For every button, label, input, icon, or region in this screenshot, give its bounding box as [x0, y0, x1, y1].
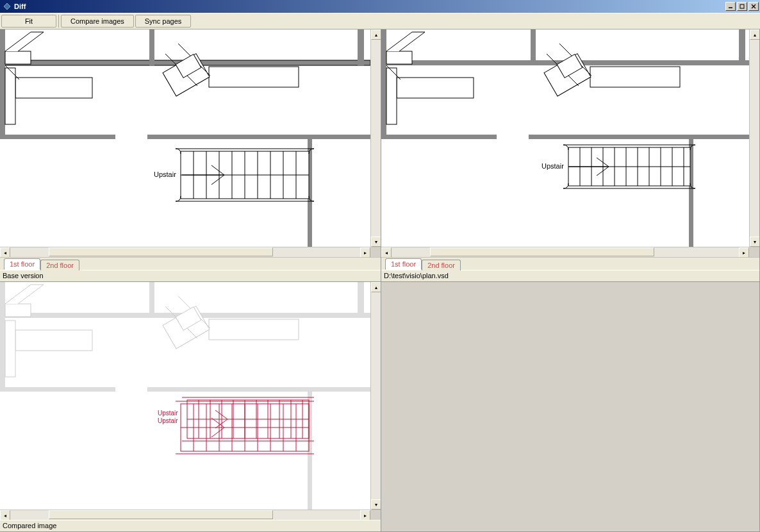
svg-rect-14: [5, 68, 15, 124]
scroll-down-icon[interactable]: ▾: [371, 499, 381, 510]
svg-rect-7: [149, 29, 154, 65]
upstair-label: Upstair: [154, 170, 176, 178]
scroll-up-icon[interactable]: ▴: [371, 29, 381, 40]
app-icon: [3, 2, 12, 11]
scroll-right-icon[interactable]: ▸: [739, 247, 749, 258]
pane-file-version: Upstair ▴ ▾ ◂ ▸ 1st floor 2nd floor D:\t…: [381, 29, 760, 282]
tab-bar: 1st floor 2nd floor: [381, 257, 759, 270]
svg-marker-0: [4, 3, 10, 10]
tab-1st-floor[interactable]: 1st floor: [385, 258, 422, 270]
vertical-scrollbar[interactable]: ▴ ▾: [370, 29, 381, 247]
title-bar: Diff: [0, 0, 760, 13]
scroll-up-icon[interactable]: ▴: [371, 282, 381, 292]
scroll-right-icon[interactable]: ▸: [360, 510, 370, 520]
svg-rect-40: [397, 78, 474, 98]
scroll-thumb[interactable]: [49, 510, 273, 519]
status-bar: D:\test\visio\plan.vsd: [381, 270, 759, 281]
svg-rect-34: [531, 29, 536, 65]
scroll-left-icon[interactable]: ◂: [0, 247, 10, 258]
svg-rect-39: [386, 51, 412, 64]
fit-button[interactable]: Fit: [1, 15, 56, 28]
svg-rect-6: [0, 29, 5, 138]
scroll-right-icon[interactable]: ▸: [360, 247, 370, 258]
sync-pages-button[interactable]: Sync pages: [135, 15, 191, 28]
vertical-scrollbar[interactable]: ▴ ▾: [370, 282, 381, 510]
svg-rect-15: [209, 67, 299, 87]
canvas-base[interactable]: Upstair: [0, 29, 370, 247]
svg-rect-42: [590, 67, 680, 87]
pane-grid: Upstair ▴ ▾ ◂ ▸ 1st floor 2nd floor Base…: [0, 29, 760, 532]
window-title: Diff: [14, 3, 725, 10]
status-bar: Compared image: [0, 520, 381, 531]
tab-bar: 1st floor 2nd floor: [0, 257, 381, 270]
maximize-button[interactable]: [737, 2, 747, 11]
svg-rect-35: [739, 29, 745, 65]
svg-rect-41: [386, 68, 397, 124]
tab-1st-floor[interactable]: 1st floor: [4, 258, 40, 270]
close-button[interactable]: [748, 2, 759, 11]
horizontal-scrollbar[interactable]: ◂ ▸: [0, 510, 381, 520]
vertical-scrollbar[interactable]: ▴ ▾: [749, 29, 759, 247]
svg-rect-37: [529, 135, 749, 139]
horizontal-scrollbar[interactable]: ◂ ▸: [381, 247, 759, 257]
compare-images-button[interactable]: Compare images: [61, 15, 134, 28]
svg-rect-13: [15, 78, 92, 98]
scroll-thumb[interactable]: [430, 247, 654, 256]
scroll-down-icon[interactable]: ▾: [371, 237, 381, 247]
scroll-left-icon[interactable]: ◂: [0, 510, 10, 520]
scroll-left-icon[interactable]: ◂: [381, 247, 392, 258]
upstair-diff-label-b: Upstair: [158, 417, 178, 424]
canvas-diff[interactable]: Upstair Upstair: [0, 282, 370, 510]
scroll-up-icon[interactable]: ▴: [750, 29, 760, 40]
scroll-down-icon[interactable]: ▾: [750, 237, 760, 247]
upstair-label: Upstair: [541, 162, 564, 170]
tab-2nd-floor[interactable]: 2nd floor: [40, 260, 79, 270]
pane-compared-image: Upstair Upstair ▴ ▾ ◂ ▸ Compared image: [0, 282, 381, 532]
svg-rect-33: [381, 29, 386, 138]
upstair-diff-label-a: Upstair: [158, 410, 178, 417]
minimize-button[interactable]: [725, 2, 736, 11]
canvas-file[interactable]: Upstair: [381, 29, 749, 247]
scroll-thumb[interactable]: [49, 247, 273, 256]
svg-rect-8: [358, 29, 364, 65]
status-bar: Base version: [0, 270, 381, 281]
tab-2nd-floor[interactable]: 2nd floor: [422, 260, 461, 270]
svg-rect-2: [740, 4, 744, 8]
svg-rect-9: [0, 135, 115, 139]
pane-empty: [381, 282, 760, 532]
svg-rect-10: [147, 135, 370, 139]
pane-base-version: Upstair ▴ ▾ ◂ ▸ 1st floor 2nd floor Base…: [0, 29, 381, 282]
svg-rect-12: [5, 51, 31, 64]
toolbar-separator: [58, 15, 59, 28]
horizontal-scrollbar[interactable]: ◂ ▸: [0, 247, 381, 257]
svg-rect-36: [381, 135, 497, 139]
toolbar: Fit Compare images Sync pages: [0, 13, 760, 29]
